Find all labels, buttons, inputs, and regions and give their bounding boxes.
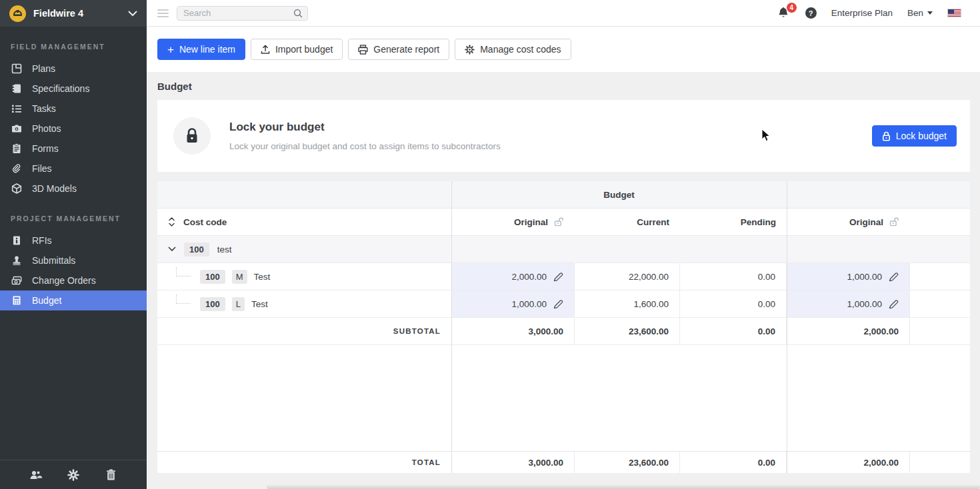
generate-report-button[interactable]: Generate report (348, 39, 449, 60)
rfi-document-icon (11, 235, 23, 246)
collapse-chevron-icon[interactable] (168, 246, 176, 252)
sidebar-footer (0, 460, 147, 489)
column-header-pending: Pending (741, 217, 776, 227)
language-flag-icon[interactable] (947, 9, 961, 17)
manage-cost-codes-button[interactable]: Manage cost codes (455, 39, 571, 60)
current-value: 1,600.00 (633, 299, 669, 309)
cost-code-name: test (217, 244, 232, 254)
original-value: 2,000.00 (511, 272, 547, 282)
column-divider (787, 181, 787, 473)
sidebar-item-3d-models[interactable]: 3D Models (0, 179, 147, 199)
user-name: Ben (907, 8, 923, 18)
trash-icon[interactable] (103, 468, 118, 482)
project-switcher[interactable]: Fieldwire 4 (0, 0, 147, 27)
sidebar-item-specifications[interactable]: Specifications (0, 79, 147, 99)
edit-pencil-icon[interactable] (553, 299, 563, 309)
table-column-header-row: Cost code Original Current Pending Origi… (157, 209, 970, 236)
sidebar-item-label: RFIs (32, 235, 52, 246)
gear-icon[interactable] (66, 468, 81, 482)
project-title: Fieldwire 4 (33, 8, 128, 19)
section-field-management: FIELD MANAGEMENT (0, 27, 147, 59)
budget-group-header: Budget (451, 181, 787, 208)
plan-label[interactable]: Enterprise Plan (831, 8, 893, 18)
unlock-icon[interactable] (554, 217, 564, 227)
current-value: 22,000.00 (629, 272, 669, 282)
import-budget-button[interactable]: Import budget (251, 39, 343, 60)
total-cost-original: 2,000.00 (863, 458, 899, 468)
tasks-icon (11, 103, 23, 115)
budget-table: Budget Cost code Original Current Pendin… (157, 181, 970, 473)
specifications-icon (11, 83, 23, 95)
budget-row[interactable]: 100 M Test 2,000.00 22,000.00 0.00 1,000… (157, 263, 970, 290)
hamburger-menu-icon[interactable] (157, 9, 169, 17)
lock-budget-button[interactable]: Lock budget (872, 125, 957, 147)
edit-pencil-icon[interactable] (889, 299, 899, 309)
table-empty-area (157, 345, 970, 451)
column-divider (451, 181, 452, 473)
sidebar-item-photos[interactable]: Photos (0, 119, 147, 139)
original-value: 1,000.00 (511, 299, 547, 309)
pending-value: 0.00 (758, 272, 775, 282)
search-input[interactable] (183, 8, 293, 18)
sidebar-item-forms[interactable]: Forms (0, 139, 147, 159)
column-header-original: Original (514, 217, 548, 227)
total-label: TOTAL (157, 452, 451, 473)
chevron-down-icon[interactable] (128, 11, 137, 17)
help-button[interactable]: ? (805, 7, 817, 19)
upload-icon (261, 45, 270, 55)
cost-original-value: 1,000.00 (847, 299, 882, 309)
user-menu[interactable]: Ben (907, 8, 933, 18)
gear-icon (465, 45, 475, 55)
helmet-icon (12, 8, 23, 19)
total-original: 3,000.00 (528, 458, 563, 468)
pending-value: 0.00 (758, 299, 775, 309)
subtotal-pending: 0.00 (758, 326, 775, 336)
new-line-item-button[interactable]: + New line item (157, 39, 245, 60)
sidebar-item-label: Budget (32, 295, 61, 306)
fieldwire-app: Fieldwire 4 FIELD MANAGEMENT Plans Speci… (0, 0, 980, 489)
subtotal-current: 23,600.00 (629, 326, 669, 336)
lock-banner-subtitle: Lock your original budget and cost to as… (229, 141, 501, 151)
sidebar-item-budget[interactable]: Budget (0, 290, 147, 310)
notifications-button[interactable]: 4 (777, 7, 791, 20)
edit-pencil-icon[interactable] (553, 272, 563, 282)
cost-code-badge: 100 (184, 243, 209, 256)
sidebar-item-change-orders[interactable]: Change Orders (0, 270, 147, 290)
tree-connector (176, 267, 191, 276)
fieldwire-logo (9, 5, 26, 22)
lock-icon (882, 131, 891, 141)
banknotes-icon (11, 274, 23, 286)
sort-icon[interactable] (168, 217, 175, 227)
files-icon (11, 163, 23, 175)
lock-budget-banner: Lock your budget Lock your original budg… (157, 100, 970, 172)
sidebar-item-label: Change Orders (32, 275, 96, 286)
tree-connector (176, 294, 191, 304)
sidebar-item-label: Plans (32, 63, 55, 74)
sidebar-item-rfis[interactable]: RFIs (0, 231, 147, 250)
page-title-bar: Budget (147, 72, 980, 100)
people-icon[interactable] (29, 468, 43, 482)
sidebar-item-tasks[interactable]: Tasks (0, 99, 147, 119)
sidebar-item-plans[interactable]: Plans (0, 59, 147, 79)
line-item-name: Test (251, 299, 268, 309)
main-content: + New line item Import budget Generate r… (147, 27, 980, 489)
sidebar-item-label: Tasks (32, 103, 56, 114)
column-header-current: Current (637, 217, 669, 227)
stamp-icon (11, 254, 23, 266)
cost-original-value: 1,000.00 (847, 272, 882, 282)
edit-pencil-icon[interactable] (889, 272, 899, 282)
caret-down-icon (927, 11, 933, 15)
total-row: TOTAL 3,000.00 23,600.00 0.00 2,000.00 (157, 451, 970, 473)
sidebar-item-files[interactable]: Files (0, 159, 147, 179)
sidebar-item-submittals[interactable]: Submittals (0, 250, 147, 270)
cost-code-group-row[interactable]: 100 test (157, 236, 970, 263)
unlock-icon[interactable] (889, 217, 899, 227)
forms-icon (11, 143, 23, 155)
sidebar-item-label: Forms (32, 143, 59, 154)
calculator-icon (11, 294, 23, 306)
printer-icon (358, 45, 368, 55)
budget-row[interactable]: 100 L Test 1,000.00 1,600.00 0.00 1,000.… (157, 290, 970, 318)
search-box[interactable] (177, 6, 308, 21)
table-group-header-row: Budget (157, 181, 970, 209)
lock-circle (173, 117, 211, 155)
